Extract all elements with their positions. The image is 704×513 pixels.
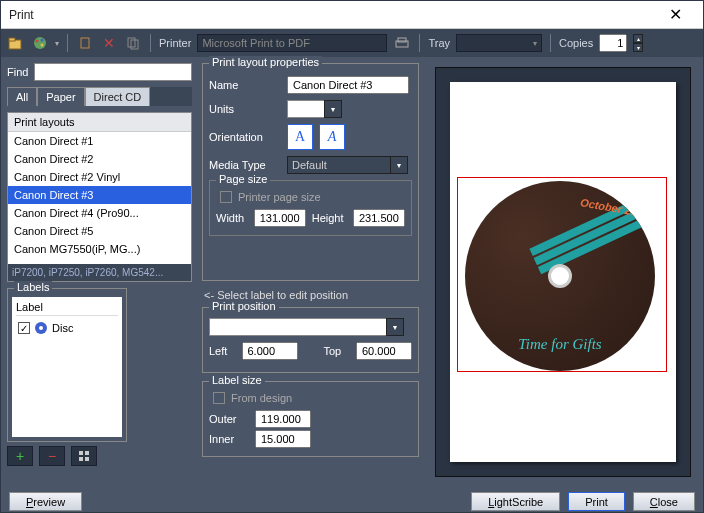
printer-page-size-checkbox[interactable] <box>220 191 232 203</box>
close-icon[interactable]: ✕ <box>655 5 695 24</box>
grid-button[interactable] <box>71 446 97 466</box>
position-group-title: Print position <box>209 300 279 312</box>
orientation-label: Orientation <box>209 131 281 143</box>
add-button[interactable]: + <box>7 446 33 466</box>
width-label: Width <box>216 212 248 224</box>
position-mode-select[interactable]: Absolute (Top-Left)▾ <box>209 318 387 336</box>
svg-rect-15 <box>79 457 83 461</box>
media-type-select[interactable]: Default▾ <box>287 156 391 174</box>
preview-page: October 23 Time for Gifts <box>450 82 676 462</box>
left-input[interactable] <box>242 342 298 360</box>
left-label: Left <box>209 345 236 357</box>
printer-dropdown[interactable]: Microsoft Print to PDF <box>197 34 387 52</box>
svg-rect-14 <box>85 451 89 455</box>
find-input[interactable] <box>34 63 192 81</box>
height-input[interactable] <box>353 209 405 227</box>
disc-caption: Time for Gifts <box>465 336 655 353</box>
preview-bounds: October 23 Time for Gifts <box>457 177 667 372</box>
svg-rect-6 <box>81 38 89 48</box>
orientation-landscape[interactable]: A <box>319 124 345 150</box>
svg-rect-13 <box>79 451 83 455</box>
list-item[interactable]: Canon Direct #5 <box>8 222 191 240</box>
list-item[interactable]: Canon MG7550(iP, MG...) <box>8 240 191 258</box>
label-row-disc[interactable]: ✓ Disc <box>16 319 118 337</box>
printer-label: Printer <box>159 37 191 49</box>
preview-panel: October 23 Time for Gifts <box>435 67 691 477</box>
copies-down[interactable]: ▾ <box>633 43 643 52</box>
orientation-portrait[interactable]: A <box>287 124 313 150</box>
inner-label: Inner <box>209 433 249 445</box>
print-icon[interactable] <box>393 34 411 52</box>
copies-up[interactable]: ▴ <box>633 34 643 43</box>
outer-input[interactable] <box>255 410 311 428</box>
list-item[interactable]: Canon Direct #2 Vinyl <box>8 168 191 186</box>
list-item[interactable]: Canon Direct #1 <box>8 132 191 150</box>
units-select[interactable]: mm▾ <box>287 100 325 118</box>
inner-input[interactable] <box>255 430 311 448</box>
from-design-checkbox[interactable] <box>213 392 225 404</box>
new-icon[interactable] <box>76 34 94 52</box>
copy-icon[interactable] <box>124 34 142 52</box>
name-input[interactable] <box>287 76 409 94</box>
remove-button[interactable]: − <box>39 446 65 466</box>
page-size-title: Page size <box>216 173 270 185</box>
printer-page-size-label: Printer page size <box>238 191 321 203</box>
label-size-group-title: Label size <box>209 374 265 386</box>
tab-all[interactable]: All <box>7 87 37 106</box>
svg-point-4 <box>41 39 44 42</box>
preview-button[interactable]: Preview <box>9 492 82 511</box>
top-input[interactable] <box>356 342 412 360</box>
disc-preview: October 23 Time for Gifts <box>465 181 655 371</box>
svg-point-12 <box>39 326 43 330</box>
media-type-label: Media Type <box>209 159 281 171</box>
close-button[interactable]: Close <box>633 492 695 511</box>
top-label: Top <box>324 345 351 357</box>
tab-paper[interactable]: Paper <box>37 87 84 106</box>
print-button[interactable]: Print <box>568 492 625 511</box>
list-header: Print layouts <box>8 113 191 132</box>
copies-label: Copies <box>559 37 593 49</box>
outer-label: Outer <box>209 413 249 425</box>
delete-icon[interactable]: ✕ <box>100 34 118 52</box>
tab-direct-cd[interactable]: Direct CD <box>85 87 151 106</box>
layout-list[interactable]: Canon Direct #1 Canon Direct #2 Canon Di… <box>8 132 191 264</box>
svg-rect-16 <box>85 457 89 461</box>
height-label: Height <box>312 212 347 224</box>
disc-hole <box>548 264 572 288</box>
svg-point-2 <box>34 37 46 49</box>
props-group-title: Print layout properties <box>209 56 322 68</box>
find-label: Find <box>7 66 28 78</box>
name-label: Name <box>209 79 281 91</box>
labels-column-header: Label <box>16 301 118 316</box>
width-input[interactable] <box>254 209 306 227</box>
list-item[interactable]: Canon Direct #2 <box>8 150 191 168</box>
tray-label: Tray <box>428 37 450 49</box>
list-footer: iP7200, iP7250, iP7260, MG542... <box>8 264 191 281</box>
from-design-label: From design <box>231 392 292 404</box>
copies-input[interactable] <box>599 34 627 52</box>
list-item[interactable]: Canon Direct #4 (Pro90... <box>8 204 191 222</box>
tray-dropdown[interactable]: ▾ <box>456 34 542 52</box>
svg-point-5 <box>41 44 44 47</box>
window-title: Print <box>9 8 655 22</box>
svg-point-3 <box>36 40 39 43</box>
labels-group-title: Labels <box>14 281 52 293</box>
lightscribe-button[interactable]: LightScribe <box>471 492 560 511</box>
open-icon[interactable] <box>7 34 25 52</box>
units-label: Units <box>209 103 281 115</box>
list-item[interactable]: Canon Direct #3 <box>8 186 191 204</box>
palette-icon[interactable] <box>31 34 49 52</box>
svg-rect-1 <box>9 38 15 41</box>
